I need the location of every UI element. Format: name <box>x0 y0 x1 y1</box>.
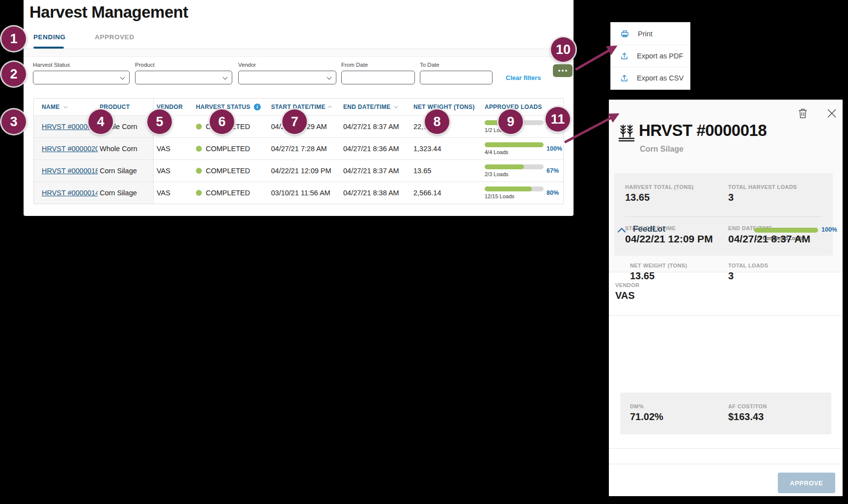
close-icon[interactable] <box>826 107 838 121</box>
callout-4: 4 <box>88 109 113 134</box>
upload-icon <box>621 52 628 60</box>
clear-filters-link[interactable]: Clear filters <box>506 74 541 81</box>
net-weight-label: NET WEIGHT (TONS) <box>630 263 687 268</box>
feedlot-percent-label: 100% <box>821 226 837 233</box>
table-row[interactable]: HRVST #0000014 Corn Silage VAS COMPLETED… <box>34 182 563 204</box>
product-select[interactable] <box>135 71 232 84</box>
start-cell: 04/27/21 7:28 AM <box>268 138 339 159</box>
detail-title: HRVST #0000018 <box>639 121 766 140</box>
column-header-end[interactable]: END DATE/TIME <box>339 99 410 115</box>
table-row[interactable]: HRVST #0000018 Corn Silage VAS COMPLETED… <box>34 159 563 182</box>
callout-5: 5 <box>147 109 172 134</box>
af-cost-label: AF COST/TON <box>728 403 767 409</box>
callout-11: 11 <box>546 107 570 132</box>
info-icon[interactable]: i <box>254 104 261 110</box>
filter-bar: Harvest Status Product Vendor From Date … <box>24 57 574 96</box>
af-cost-value: $163.43 <box>728 411 764 423</box>
start-cell: 03/10/21 11:56 AM <box>268 182 339 204</box>
vendor-label: VENDOR <box>615 282 639 288</box>
end-cell: 04/27/21 8:36 AM <box>339 138 410 159</box>
harvest-total-value: 13.65 <box>625 192 650 203</box>
callout-2: 2 <box>1 62 26 86</box>
harvest-link[interactable]: HRVST #0000018 <box>42 167 98 175</box>
annotation-arrow-menu <box>575 47 615 70</box>
column-header-weight[interactable]: NET WEIGHT (TONS) <box>410 99 482 115</box>
divider <box>625 216 821 217</box>
summary-card: HARVEST TOTAL (TONS) 13.65 TOTAL HARVEST… <box>614 173 833 256</box>
to-date-input[interactable] <box>420 71 492 84</box>
feedlot-section-title[interactable]: FeedLot <box>633 224 665 234</box>
product-cell: Whole Corn <box>98 138 154 159</box>
percent-label: 100% <box>547 145 562 152</box>
callout-1: 1 <box>1 27 26 51</box>
chevron-down-icon <box>223 75 228 80</box>
approved-loads-bar <box>485 142 544 147</box>
green-dot-icon <box>196 146 202 152</box>
chevron-up-icon[interactable] <box>617 226 626 235</box>
harvest-status-select[interactable] <box>33 71 130 84</box>
column-header-name[interactable]: NAME <box>34 99 98 115</box>
green-dot-icon <box>196 124 202 130</box>
tab-pending[interactable]: PENDING <box>33 33 66 41</box>
tab-approved[interactable]: APPROVED <box>95 33 135 41</box>
callout-3: 3 <box>1 109 26 134</box>
vendor-cell: VAS <box>154 160 192 182</box>
start-cell: 04/22/21 12:09 PM <box>268 160 339 182</box>
callout-9: 9 <box>498 109 523 134</box>
callout-7: 7 <box>282 109 307 134</box>
from-date-input[interactable] <box>341 71 415 84</box>
weight-cell: 13.65 <box>410 160 482 182</box>
filter-label-from-date: From Date <box>341 62 368 68</box>
tab-bar: PENDING APPROVED <box>24 28 574 49</box>
status-cell: COMPLETED <box>206 145 250 153</box>
upload-icon <box>621 74 628 82</box>
printer-icon <box>621 30 629 38</box>
weight-cell: 2,566.14 <box>410 182 482 204</box>
start-date-value: 04/22/21 12:09 PM <box>625 233 713 245</box>
loads-label: 12/15 Loads <box>485 193 544 199</box>
menu-item-export-pdf[interactable]: Export as PDF <box>611 45 690 67</box>
green-dot-icon <box>196 190 202 196</box>
harvest-link[interactable]: HRVST #000004 <box>42 123 95 131</box>
approved-loads-bar <box>485 164 544 169</box>
more-options-button[interactable] <box>553 64 573 77</box>
feedlot-loads-bar <box>754 228 818 233</box>
percent-label: 80% <box>547 189 559 196</box>
page-title: Harvest Management <box>29 3 188 22</box>
callout-10: 10 <box>551 37 575 62</box>
sort-down-icon <box>394 104 398 108</box>
menu-item-export-csv[interactable]: Export as CSV <box>611 67 690 89</box>
trash-icon[interactable] <box>797 107 808 121</box>
loads-label: 4/4 Loads <box>485 149 544 155</box>
toolbar-strip <box>24 49 574 57</box>
total-harvest-loads-label: TOTAL HARVEST LOADS <box>728 184 797 190</box>
status-cell: COMPLETED <box>206 167 250 175</box>
percent-label: 67% <box>547 167 559 174</box>
approve-button[interactable]: APPROVE <box>778 473 835 493</box>
harvest-total-label: HARVEST TOTAL (TONS) <box>625 184 694 190</box>
chevron-down-icon <box>120 75 125 80</box>
ellipsis-icon <box>558 70 560 72</box>
product-cell: Corn Silage <box>98 182 154 204</box>
column-header-start[interactable]: START DATE/TIME <box>268 99 339 115</box>
harvest-link[interactable]: HRVST #0000020 <box>42 145 98 153</box>
divider <box>609 448 843 449</box>
end-cell: 04/27/21 8:37 AM <box>339 160 410 182</box>
harvest-link[interactable]: HRVST #0000014 <box>42 189 98 197</box>
total-harvest-loads-value: 3 <box>728 192 734 203</box>
divider <box>609 464 843 464</box>
table-row[interactable]: HRVST #0000020 Whole Corn VAS COMPLETED … <box>34 137 563 159</box>
harvest-management-panel: Harvest Management PENDING APPROVED Harv… <box>24 0 574 216</box>
cost-card: DM% 71.02% AF COST/TON $163.43 <box>620 393 831 434</box>
vendor-select[interactable] <box>238 71 336 84</box>
net-weight-value: 13.65 <box>630 270 655 282</box>
screen: Harvest Management PENDING APPROVED Harv… <box>0 0 848 504</box>
wheat-icon <box>617 123 636 145</box>
dm-value: 71.02% <box>630 411 663 423</box>
filter-label-vendor: Vendor <box>238 62 256 68</box>
sort-up-icon <box>328 106 331 109</box>
dm-label: DM% <box>630 403 644 409</box>
menu-item-print[interactable]: Print <box>611 23 690 45</box>
product-cell: Corn Silage <box>98 160 154 182</box>
filter-label-product: Product <box>135 62 155 68</box>
